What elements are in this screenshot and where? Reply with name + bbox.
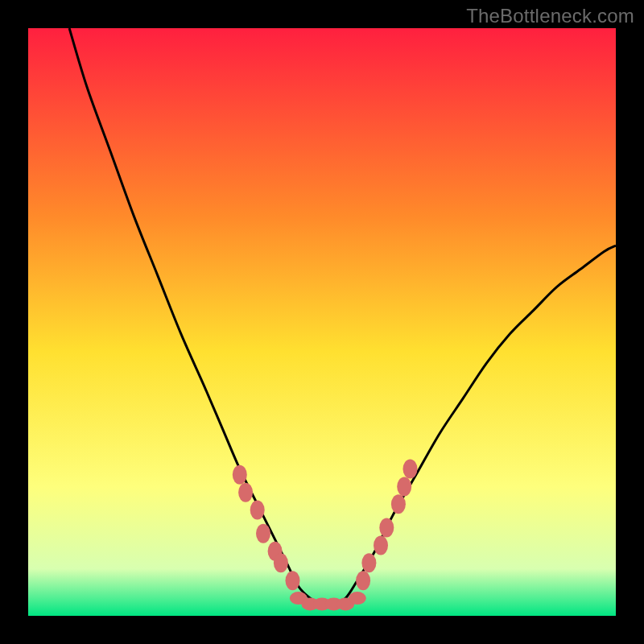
data-marker bbox=[374, 535, 388, 555]
data-marker bbox=[238, 483, 253, 502]
data-marker bbox=[256, 524, 270, 543]
data-marker bbox=[233, 465, 247, 485]
data-marker bbox=[274, 553, 288, 572]
data-marker bbox=[361, 553, 376, 572]
chart-frame: TheBottleneck.com bbox=[0, 0, 644, 644]
gradient-background bbox=[28, 28, 616, 616]
data-marker bbox=[356, 571, 370, 590]
bottleneck-chart bbox=[28, 28, 616, 616]
data-marker bbox=[286, 571, 300, 590]
data-marker bbox=[379, 518, 394, 538]
plot-area bbox=[28, 28, 616, 616]
data-marker bbox=[349, 592, 366, 605]
data-marker bbox=[250, 501, 265, 520]
watermark-text: TheBottleneck.com bbox=[466, 5, 634, 27]
data-marker bbox=[403, 460, 418, 479]
data-marker bbox=[397, 477, 411, 496]
data-marker bbox=[391, 494, 406, 514]
